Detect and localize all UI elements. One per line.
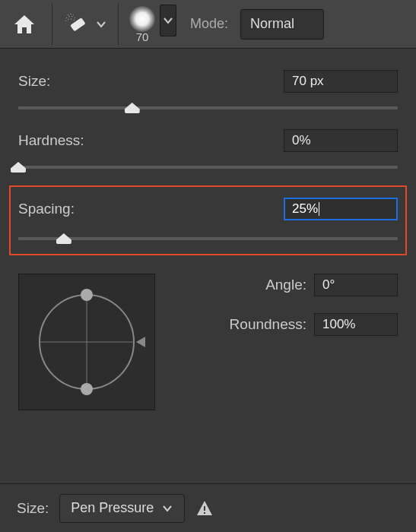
- home-button[interactable]: [8, 8, 41, 41]
- size-slider[interactable]: [18, 106, 398, 109]
- svg-point-4: [81, 289, 93, 301]
- brush-tool-picker[interactable]: [63, 11, 107, 38]
- svg-rect-7: [204, 512, 205, 514]
- spacing-value: 25%: [292, 201, 318, 217]
- chevron-down-icon: [162, 14, 174, 27]
- angle-roundness-section: Angle: Roundness:: [18, 274, 398, 410]
- spacing-label: Spacing:: [18, 201, 75, 217]
- mode-dropdown[interactable]: Normal: [240, 9, 324, 40]
- hardness-slider[interactable]: [18, 166, 398, 169]
- angle-circle-icon: [22, 277, 151, 407]
- roundness-label: Roundness:: [230, 316, 306, 333]
- size-label: Size:: [18, 73, 50, 90]
- bottom-bar: Size: Pen Pressure: [0, 483, 416, 532]
- brush-preset-dropdown[interactable]: [160, 5, 176, 36]
- size-slider-thumb[interactable]: [125, 103, 140, 113]
- home-icon: [13, 14, 36, 35]
- chevron-down-icon: [95, 18, 107, 30]
- text-caret: [319, 202, 319, 216]
- brush-settings-panel: Size: Hardness: Spacing: 25%: [0, 49, 416, 418]
- hardness-label: Hardness:: [18, 132, 84, 149]
- svg-rect-0: [70, 17, 85, 31]
- separator: [118, 4, 119, 45]
- eraser-icon: [63, 11, 91, 38]
- mode-value: Normal: [250, 16, 294, 32]
- size-row: Size:: [18, 70, 398, 109]
- spacing-row: Spacing: 25%: [18, 198, 398, 240]
- warning-icon: [195, 499, 214, 518]
- size-input[interactable]: [284, 70, 398, 93]
- hardness-slider-thumb[interactable]: [11, 162, 26, 173]
- brush-preview-size: 70: [136, 30, 149, 43]
- mode-label: Mode:: [190, 16, 228, 32]
- roundness-input[interactable]: [314, 313, 398, 336]
- separator: [52, 4, 52, 45]
- hardness-row: Hardness:: [18, 129, 398, 169]
- dynamics-size-label: Size:: [17, 500, 49, 517]
- brush-preset-picker[interactable]: 70: [129, 5, 176, 43]
- svg-rect-6: [204, 506, 205, 511]
- chevron-down-icon: [161, 502, 173, 515]
- brush-angle-widget[interactable]: [18, 274, 155, 410]
- size-dynamics-dropdown[interactable]: Pen Pressure: [59, 494, 185, 523]
- brush-preview-icon: [129, 6, 155, 32]
- angle-label: Angle:: [265, 277, 306, 293]
- spacing-input[interactable]: 25%: [284, 198, 398, 220]
- spacing-highlight: Spacing: 25%: [9, 185, 407, 255]
- size-dynamics-value: Pen Pressure: [71, 500, 154, 516]
- angle-input[interactable]: [314, 274, 398, 296]
- hardness-input[interactable]: [284, 129, 398, 152]
- top-toolbar: 70 Mode: Normal: [0, 0, 416, 49]
- spacing-slider[interactable]: [18, 237, 398, 240]
- svg-point-5: [81, 383, 93, 395]
- spacing-slider-thumb[interactable]: [56, 233, 71, 244]
